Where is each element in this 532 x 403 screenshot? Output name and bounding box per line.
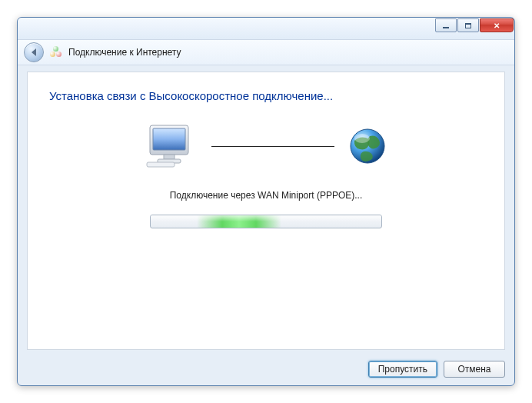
- content-panel: Установка связи с Высокоскоростное подкл…: [27, 72, 505, 350]
- progress-marquee: [197, 215, 281, 228]
- back-button[interactable]: [24, 42, 44, 62]
- skip-button[interactable]: Пропустить: [368, 361, 437, 378]
- window-controls: ✕: [435, 18, 514, 32]
- close-button[interactable]: ✕: [480, 18, 514, 32]
- wizard-window: ✕ Подключение к Интернету Установка связ…: [17, 17, 515, 386]
- wizard-icon: [50, 46, 62, 58]
- status-text: Подключение через WAN Miniport (PPPOE)..…: [49, 190, 483, 201]
- svg-rect-2: [164, 155, 175, 159]
- skip-button-label: Пропустить: [378, 364, 427, 375]
- svg-rect-1: [153, 128, 185, 150]
- connection-illustration: [49, 124, 483, 168]
- computer-icon: [145, 124, 198, 168]
- svg-rect-4: [147, 162, 175, 167]
- cancel-button-label: Отмена: [457, 364, 490, 375]
- cancel-button[interactable]: Отмена: [444, 361, 505, 378]
- titlebar: ✕: [18, 18, 514, 40]
- minimize-button[interactable]: [435, 18, 457, 32]
- progress-bar: [150, 215, 382, 228]
- svg-point-6: [354, 134, 370, 143]
- nav-strip: Подключение к Интернету: [18, 40, 514, 65]
- close-icon: ✕: [494, 22, 500, 30]
- globe-icon: [348, 127, 387, 165]
- back-arrow-icon: [32, 48, 36, 56]
- connection-line: [211, 146, 334, 147]
- wizard-title: Подключение к Интернету: [68, 47, 181, 58]
- page-heading: Установка связи с Высокоскоростное подкл…: [49, 89, 483, 102]
- footer: Пропустить Отмена: [27, 361, 505, 378]
- maximize-button[interactable]: [457, 18, 479, 32]
